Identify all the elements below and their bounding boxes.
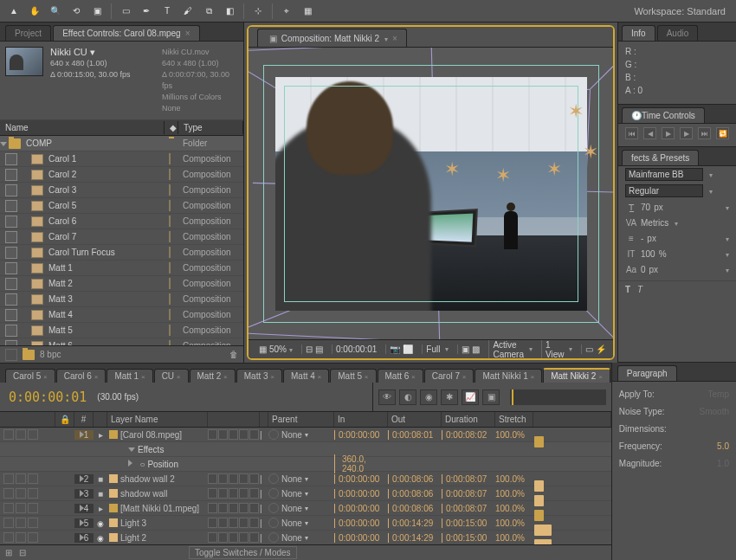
first-frame-button[interactable]: ⏮ — [625, 127, 638, 139]
project-list[interactable]: COMP Folder Carol 1CompositionCarol 2Com… — [0, 136, 243, 345]
expand-icon[interactable]: ⊞ — [5, 548, 12, 557]
project-item-row[interactable]: Carol 5Composition — [0, 198, 243, 214]
zoom-dropdown[interactable]: 50% — [269, 344, 293, 354]
font-style-input[interactable] — [625, 184, 703, 197]
project-item-row[interactable]: Matt 3Composition — [0, 292, 243, 307]
layer-row[interactable]: 2■shadow wall 2|None ▾0:00:00:000:00:08:… — [0, 472, 611, 486]
font-family-input[interactable] — [625, 168, 703, 181]
light-gizmo-icon[interactable]: ✶ — [495, 164, 511, 187]
select-checkbox[interactable] — [5, 216, 17, 228]
trash-icon[interactable]: 🗑 — [229, 350, 238, 359]
project-item-row[interactable]: Matt 2Composition — [0, 276, 243, 292]
tab-audio[interactable]: Audio — [657, 25, 699, 41]
select-checkbox[interactable] — [5, 262, 17, 274]
select-checkbox[interactable] — [5, 169, 17, 181]
select-checkbox[interactable] — [5, 153, 17, 165]
twirl-down-icon[interactable] — [0, 138, 9, 148]
timeline-tab[interactable]: Carol 6 × — [56, 369, 107, 383]
eraser-tool-icon[interactable]: ◧ — [221, 3, 238, 20]
layer-row[interactable]: 5Light 3|None ▾0:00:00:000:00:14:290:00:… — [0, 516, 611, 531]
vscale-value[interactable]: 100 — [641, 249, 655, 259]
grid-icon[interactable]: ▦ — [259, 344, 267, 354]
timeline-tab[interactable]: Matt Nikki 1 × — [475, 369, 542, 383]
light-gizmo-icon[interactable]: ✶ — [583, 141, 598, 164]
grid-tool-icon[interactable]: ▦ — [299, 3, 316, 20]
pickwhip-icon[interactable] — [268, 503, 279, 513]
pickwhip-icon[interactable] — [268, 532, 279, 543]
rect-tool-icon[interactable]: ▭ — [117, 3, 134, 20]
bold-button[interactable]: T — [625, 285, 630, 294]
project-item-row[interactable]: Carol 2Composition — [0, 167, 243, 183]
pickwhip-icon[interactable] — [268, 473, 279, 484]
light-gizmo-icon[interactable]: ✶ — [546, 158, 562, 181]
loop-button[interactable]: 🔁 — [716, 127, 729, 139]
layer-row[interactable]: 1▸[Carol 08.mpeg]|None ▾0:00:00:000:00:0… — [0, 428, 611, 442]
new-folder-icon[interactable] — [23, 350, 35, 360]
last-frame-button[interactable]: ⏭ — [698, 127, 711, 139]
layer-property-row[interactable]: ○ Position360.0, 240.0 — [0, 457, 611, 472]
fast-preview-icon[interactable]: ⚡ — [596, 344, 606, 354]
select-checkbox[interactable] — [5, 278, 17, 290]
hand-tool-icon[interactable]: ✋ — [26, 3, 43, 20]
camera-tool-icon[interactable]: ▣ — [88, 3, 106, 20]
resolution-dropdown[interactable]: Full — [422, 344, 452, 354]
tab-time-controls[interactable]: 🕐Time Controls — [622, 107, 705, 123]
noise-type-value[interactable]: Smooth — [700, 404, 729, 420]
project-item-row[interactable]: Carol 3Composition — [0, 183, 243, 198]
col-label-icon[interactable]: ◆ — [165, 121, 178, 134]
tab-project[interactable]: Project — [5, 25, 51, 41]
interpret-icon[interactable] — [5, 349, 17, 361]
camera-dropdown[interactable]: Active Camera — [488, 340, 536, 359]
project-item-row[interactable]: Matt 6Composition — [0, 338, 243, 345]
axis-tool-icon[interactable]: ⊹ — [249, 3, 267, 20]
frame-blend-button[interactable]: ◐ — [399, 389, 416, 405]
apply-to-value[interactable]: Temp — [708, 387, 729, 402]
footage-thumbnail[interactable] — [5, 47, 43, 76]
snapshot-icon[interactable]: 📷 — [390, 344, 400, 354]
project-item-row[interactable]: Carol 6Composition — [0, 214, 243, 229]
project-item-row[interactable]: Matt 5Composition — [0, 323, 243, 338]
zoom-tool-icon[interactable]: 🔍 — [47, 3, 64, 20]
timeline-tab[interactable]: CU × — [154, 369, 189, 383]
pickwhip-icon[interactable] — [268, 518, 279, 528]
project-item-row[interactable]: Matt 4Composition — [0, 307, 243, 323]
timeline-tab[interactable]: Matt Nikki 2 × — [543, 368, 610, 383]
shy-button[interactable]: 👁 — [378, 389, 396, 405]
select-checkbox[interactable] — [5, 231, 17, 243]
snap-tool-icon[interactable]: ⌖ — [278, 3, 295, 20]
layer-row[interactable]: 3■shadow wall|None ▾0:00:00:000:00:08:06… — [0, 486, 611, 501]
tab-composition[interactable]: Composition: Matt Nikki 2 × — [257, 29, 407, 47]
col-type[interactable]: Type — [178, 121, 243, 134]
light-gizmo-icon[interactable]: ✶ — [444, 158, 460, 181]
timeline-tab[interactable]: Carol 5 × — [5, 369, 55, 383]
project-item-row[interactable]: Carol Turn FocusComposition — [0, 245, 243, 261]
switches-icon[interactable]: ⊟ — [19, 548, 26, 557]
select-checkbox[interactable] — [5, 325, 17, 337]
text-tool-icon[interactable]: T — [158, 3, 176, 20]
draft-3d-button[interactable]: ▣ — [482, 389, 500, 405]
motion-blur-button[interactable]: ◉ — [420, 389, 437, 405]
select-checkbox[interactable] — [5, 247, 17, 259]
timeline-tab[interactable]: Matt 1 × — [107, 369, 152, 383]
timeline-tab[interactable]: Matt 5 × — [330, 369, 376, 383]
timeline-layers[interactable]: 1▸[Carol 08.mpeg]|None ▾0:00:00:000:00:0… — [0, 428, 611, 544]
next-frame-button[interactable]: ▶ — [680, 127, 693, 139]
frequency-value[interactable]: 5.0 — [717, 439, 729, 454]
brainstorm-button[interactable]: ✱ — [441, 389, 458, 405]
col-name[interactable]: Name — [0, 121, 165, 134]
bpc-toggle[interactable]: 8 bpc — [40, 350, 61, 359]
pixel-aspect-icon[interactable]: ▭ — [585, 344, 593, 354]
layer-row[interactable]: 4▸[Matt Nikki 01.mpeg]|None ▾0:00:00:000… — [0, 501, 611, 516]
transparency-icon[interactable]: ▩ — [472, 344, 480, 354]
timeline-tab[interactable]: Carol 7 × — [424, 369, 475, 383]
close-icon[interactable]: × — [185, 29, 190, 38]
magnitude-value[interactable]: 1.0 — [717, 456, 729, 472]
pickwhip-icon[interactable] — [268, 429, 279, 440]
layer-row[interactable]: 6Light 2|None ▾0:00:00:000:00:14:290:00:… — [0, 531, 611, 544]
tab-info[interactable]: Info — [622, 25, 655, 41]
tab-effects-presets[interactable]: fects & Presets — [622, 150, 699, 165]
select-checkbox[interactable] — [5, 309, 17, 321]
prev-frame-button[interactable]: ◀ — [643, 127, 656, 139]
mask-icon[interactable]: ▤ — [315, 344, 323, 354]
kerning-dropdown[interactable]: Metrics — [641, 218, 668, 228]
